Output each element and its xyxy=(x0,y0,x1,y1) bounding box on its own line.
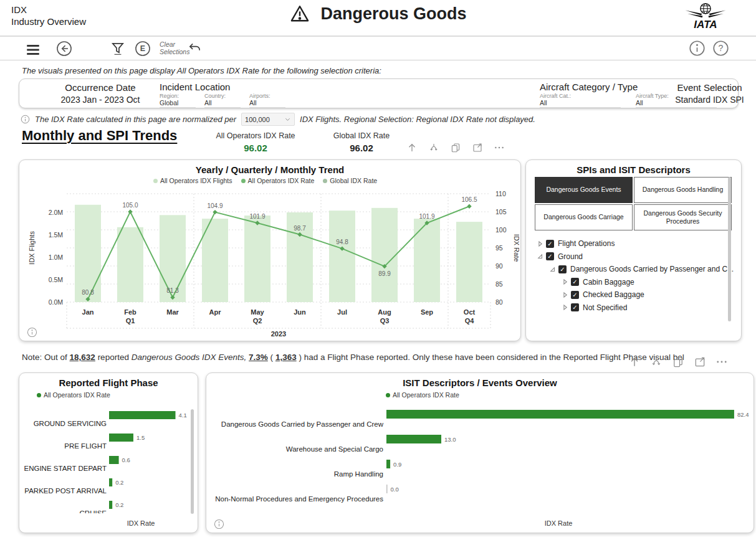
clear-selections-label[interactable]: Clear Selections xyxy=(160,40,189,55)
warning-icon xyxy=(289,4,310,24)
svg-text:94.8: 94.8 xyxy=(336,239,348,245)
svg-text:2023: 2023 xyxy=(271,330,286,338)
tree-checkbox[interactable]: ✓ xyxy=(571,291,579,299)
incident-location-filter[interactable]: Incident Location Region: Global Country… xyxy=(160,82,285,108)
tree-label: Dangerous Goods Carried by Passenger and… xyxy=(570,265,734,273)
normalize-dropdown[interactable]: 100,000 xyxy=(241,113,295,126)
flight-phase-plot[interactable]: GROUND SERVICING4.1PRE FLIGHT1.5ENGINE S… xyxy=(21,402,195,513)
tree-checkbox[interactable]: ✓ xyxy=(571,303,579,311)
legend-label: Global IDX Rate xyxy=(330,177,377,184)
svg-text:13.0: 13.0 xyxy=(444,436,456,443)
region-field[interactable]: Region: Global xyxy=(160,93,196,108)
svg-text:89.9: 89.9 xyxy=(378,270,391,277)
spi-button[interactable]: Dangerous Goods Handling xyxy=(634,177,732,203)
criteria-line: The visuals presented on this page displ… xyxy=(22,66,381,75)
tree-row[interactable]: ✓Checked Baggage xyxy=(536,288,734,301)
tree-checkbox[interactable]: ✓ xyxy=(571,278,579,286)
kpi-all-operators: All Operators IDX Rate 96.02 xyxy=(203,131,309,153)
spi-panel: SPIs and ISIT Descriptors Dangerous Good… xyxy=(525,159,742,341)
tree-checkbox[interactable]: ✓ xyxy=(546,240,554,248)
tree-checkbox[interactable]: ✓ xyxy=(546,252,554,260)
country-field[interactable]: Country: All xyxy=(204,93,241,108)
svg-text:0.9: 0.9 xyxy=(393,461,401,468)
spi-button[interactable]: Dangerous Goods Carriage xyxy=(535,204,633,230)
focus-mode-icon[interactable] xyxy=(472,142,483,153)
svg-text:Q4: Q4 xyxy=(465,317,475,325)
airports-field[interactable]: Airports: All xyxy=(249,93,285,108)
bars[interactable]: GROUND SERVICING4.1PRE FLIGHT1.5ENGINE S… xyxy=(24,411,187,513)
more-options-icon[interactable] xyxy=(494,142,505,153)
tree-expand-icon[interactable] xyxy=(561,303,569,311)
spi-button[interactable]: Dangerous Goods Events xyxy=(535,177,633,203)
svg-text:Jul: Jul xyxy=(337,308,347,316)
arrow-up-icon[interactable] xyxy=(406,142,418,153)
svg-text:80: 80 xyxy=(495,298,503,306)
left-axis-ticks: 0.0M0.5M1.0M1.5M2.0MIDX Flights xyxy=(28,209,63,306)
tree-row[interactable]: ✓Ground xyxy=(536,250,734,263)
legend-item[interactable]: All Operators IDX Flights xyxy=(153,177,232,184)
flight-phase-xlabel: IDX Rate xyxy=(113,519,169,527)
legend-item[interactable]: All Operators IDX Rate xyxy=(386,391,459,399)
drill-down-icon[interactable] xyxy=(428,142,439,153)
isit-overview-plot[interactable]: Dangerous Goods Carried by Passenger and… xyxy=(210,402,750,509)
trend-chart-plot[interactable]: 0.0M0.5M1.0M1.5M2.0MIDX Flights808590951… xyxy=(22,186,519,339)
menu-icon[interactable] xyxy=(25,42,41,58)
focus-mode-icon[interactable] xyxy=(694,356,706,368)
isit-overview-card: ISIT Descriptors / Events Overview All O… xyxy=(206,372,754,533)
page-title-wrap: Dangerous Goods xyxy=(0,4,756,24)
tree-collapse-icon[interactable] xyxy=(536,252,544,260)
tree-label: Not Specified xyxy=(583,303,627,312)
spi-button[interactable]: Dangerous Goods Security Procedures xyxy=(634,204,732,230)
chevron-down-icon xyxy=(284,116,291,123)
arrow-up-icon[interactable] xyxy=(628,356,641,368)
flight-phase-scrollbar[interactable] xyxy=(191,409,194,514)
event-selection-filter[interactable]: Event Selection Standard IDX SPI xyxy=(664,82,755,105)
aircraft-cat-field[interactable]: Aircraft Cat.: All xyxy=(540,93,621,108)
tree-expand-icon[interactable] xyxy=(561,291,569,299)
export-icon[interactable]: E xyxy=(135,40,151,57)
svg-text:1.0M: 1.0M xyxy=(49,254,63,261)
svg-text:Apr: Apr xyxy=(209,308,222,316)
tree-label: Cabin Baggage xyxy=(583,278,634,287)
tree-expand-icon[interactable] xyxy=(536,240,544,248)
isit-overview-xlabel: IDX Rate xyxy=(530,519,586,527)
section-title: Monthly and SPI Trends xyxy=(22,128,177,144)
kpi-global: Global IDX Rate 96.02 xyxy=(309,131,414,153)
right-axis-ticks: 80859095100105110IDX Rate xyxy=(495,190,519,306)
copy-icon[interactable] xyxy=(450,142,461,153)
drill-down-icon[interactable] xyxy=(650,356,663,368)
tree-row[interactable]: ✓Not Specified xyxy=(536,301,734,315)
undo-icon[interactable] xyxy=(188,41,202,55)
tree-row[interactable]: ✓Cabin Baggage xyxy=(536,276,734,289)
tree-collapse-icon[interactable] xyxy=(548,265,557,273)
iata-logo: IATA xyxy=(683,2,728,34)
legend-dot xyxy=(323,179,327,183)
help-icon[interactable]: ? xyxy=(712,40,729,57)
spi-button-grid: Dangerous Goods EventsDangerous Goods Ha… xyxy=(535,177,732,230)
tree-label: Flight Operations xyxy=(558,239,615,248)
tree-row[interactable]: ✓Dangerous Goods Carried by Passenger an… xyxy=(536,263,734,276)
legend-item[interactable]: All Operators IDX Rate xyxy=(241,177,315,184)
spi-panel-scrollbar[interactable] xyxy=(728,177,731,321)
more-options-icon[interactable] xyxy=(715,356,728,368)
copy-icon[interactable] xyxy=(672,356,684,368)
back-button-icon[interactable] xyxy=(56,40,72,57)
svg-text:85: 85 xyxy=(495,280,503,288)
legend-item[interactable]: All Operators IDX Rate xyxy=(37,391,110,399)
tree-expand-icon[interactable] xyxy=(561,278,569,286)
tree-checkbox[interactable]: ✓ xyxy=(558,265,567,273)
filter-icon[interactable] xyxy=(110,40,126,57)
chart-info-icon[interactable] xyxy=(27,327,37,338)
isit-overview-legend: All Operators IDX Rate xyxy=(386,391,459,399)
trend-chart-card: Yearly / Quarterly / Monthly Trend All O… xyxy=(19,159,521,341)
flight-phase-legend: All Operators IDX Rate xyxy=(37,391,110,399)
legend-dot xyxy=(153,179,158,183)
occurrence-date-filter[interactable]: Occurrence Date 2023 Jan - 2023 Oct xyxy=(38,82,163,105)
chart-info-icon[interactable] xyxy=(214,519,224,529)
info-icon[interactable] xyxy=(689,40,706,57)
legend-item[interactable]: Global IDX Rate xyxy=(323,177,377,184)
bars[interactable]: Dangerous Goods Carried by Passenger and… xyxy=(215,410,749,503)
svg-text:CRUISE: CRUISE xyxy=(80,509,107,513)
tree-row[interactable]: ✓Flight Operations xyxy=(536,237,734,250)
svg-text:1.5M: 1.5M xyxy=(49,231,63,239)
